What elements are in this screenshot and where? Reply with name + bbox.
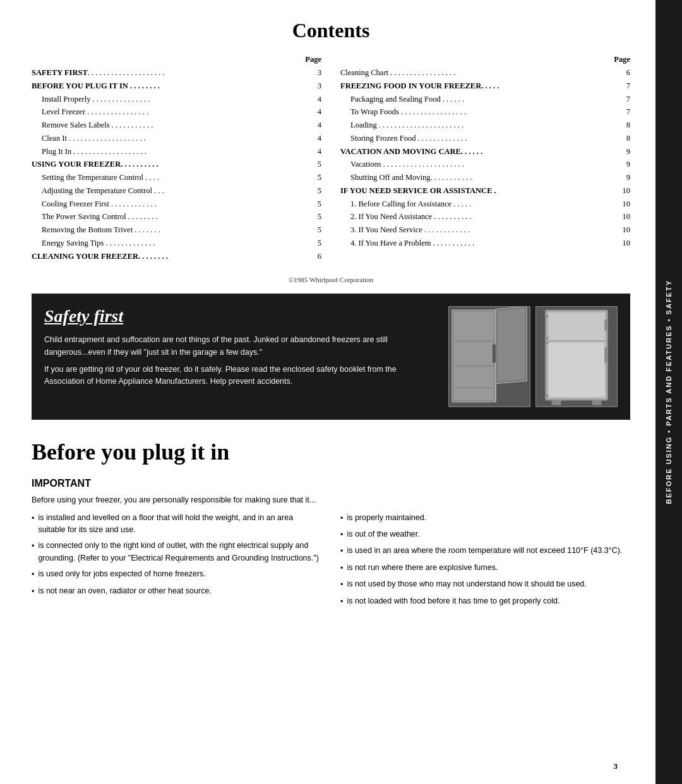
safety-body-para1: Child entrapment and suffocation are not… (44, 334, 436, 359)
service-page: 10 (618, 185, 630, 197)
adjusting-page: 5 (309, 185, 321, 197)
side-tab: BEFORE USING • PARTS AND FEATURES • SAFE… (655, 0, 682, 784)
cooling-page: 5 (309, 198, 321, 210)
bullet-dot-7: • (340, 545, 343, 557)
contents-col2: Page Cleaning Chart . . . . . . . . . . … (340, 55, 630, 263)
vacations-row: Vacations . . . . . . . . . . . . . . . … (340, 158, 630, 170)
install-row: Install Properly . . . . . . . . . . . .… (32, 93, 321, 105)
cleaning-chart-label: Cleaning Chart . . . . . . . . . . . . .… (340, 67, 618, 79)
bullet-understand: • is not used by those who may not under… (340, 578, 630, 591)
plug-row: Plug It In . . . . . . . . . . . . . . .… (32, 146, 321, 158)
bullet-connected: • is connected only to the right kind of… (32, 540, 321, 564)
bullet-dot-2: • (32, 540, 34, 564)
cleaning-chart-page: 6 (618, 67, 630, 79)
bullet-text-7: is used in an area where the room temper… (347, 545, 622, 557)
trivet-row: Removing the Bottom Trivet . . . . . . .… (32, 224, 321, 236)
shutting-label: Shutting Off and Moving. . . . . . . . .… (350, 172, 618, 184)
col2-page-header: Page (340, 55, 630, 64)
svg-rect-17 (592, 400, 602, 405)
svg-rect-1 (454, 312, 494, 400)
trivet-label: Removing the Bottom Trivet . . . . . . . (42, 224, 309, 236)
bullet-text-9: is not used by those who may not underst… (347, 578, 586, 591)
bullet-text-1: is installed and levelled on a floor tha… (38, 512, 321, 537)
need-service-row: 3. If You Need Service . . . . . . . . .… (340, 224, 630, 236)
plug-col1: Before using your freezer, you are perso… (32, 494, 321, 612)
freezing-label: FREEZING FOOD IN YOUR FREEZER. . . . . (340, 80, 618, 92)
vacation-label: VACATION AND MOVING CARE. . . . . . (340, 146, 618, 158)
using-row: USING YOUR FREEZER. . . . . . . . . . 5 (32, 158, 321, 170)
calling-page: 10 (618, 198, 630, 210)
before-plug-page: 3 (309, 80, 321, 92)
main-content: Contents Page SAFETY FIRST. . . . . . . … (0, 0, 655, 784)
svg-rect-14 (604, 319, 607, 331)
bullet-text-4: is not near an oven, radiator or other h… (38, 585, 211, 598)
svg-rect-5 (493, 345, 496, 364)
svg-rect-13 (549, 343, 605, 398)
bullet-maintained: • is properly maintained. (340, 512, 630, 525)
setting-row: Setting the Temperature Control . . . . … (32, 172, 321, 184)
trivet-page: 5 (309, 224, 321, 236)
bullet-jobs: • is used only for jobs expected of home… (32, 568, 321, 581)
calling-row: 1. Before Calling for Assistance . . . .… (340, 198, 630, 210)
safety-first-row: SAFETY FIRST. . . . . . . . . . . . . . … (32, 67, 321, 79)
cleaning-row: CLEANING YOUR FREEZER. . . . . . . . 6 (32, 251, 321, 263)
wrap-page: 7 (618, 106, 630, 118)
svg-rect-12 (549, 313, 605, 340)
plug-title: Before you plug it in (32, 439, 630, 465)
cleaning-chart-row: Cleaning Chart . . . . . . . . . . . . .… (340, 67, 630, 79)
page-wrapper: Contents Page SAFETY FIRST. . . . . . . … (0, 0, 682, 784)
svg-point-19 (546, 337, 549, 340)
problem-row: 4. If You Have a Problem . . . . . . . .… (340, 237, 630, 249)
power-row: The Power Saving Control . . . . . . . .… (32, 211, 321, 223)
level-page: 4 (309, 106, 321, 118)
contents-table: Page SAFETY FIRST. . . . . . . . . . . .… (32, 55, 630, 263)
using-label: USING YOUR FREEZER. . . . . . . . . . (32, 158, 309, 170)
bullet-dot-3: • (32, 569, 34, 581)
bullet-text-10: is not loaded with food before it has ti… (347, 595, 559, 608)
plug-section: Before you plug it in IMPORTANT Before u… (32, 439, 630, 612)
safety-images (448, 306, 618, 407)
storing-page: 8 (618, 133, 630, 145)
copyright-text: ©1985 Whirlpool Corporation (32, 276, 630, 283)
install-page: 4 (309, 93, 321, 105)
freezing-row: FREEZING FOOD IN YOUR FREEZER. . . . . 7 (340, 80, 630, 92)
freezer-open-svg (449, 307, 530, 407)
packaging-page: 7 (618, 93, 630, 105)
energy-page: 5 (309, 237, 321, 249)
remove-label: Remove Sales Labels . . . . . . . . . . … (42, 119, 309, 131)
bullet-temp: • is used in an area where the room temp… (340, 545, 630, 557)
vacation-page: 9 (618, 146, 630, 158)
packaging-row: Packaging and Sealing Food . . . . . . 7 (340, 93, 630, 105)
install-label: Install Properly . . . . . . . . . . . .… (42, 93, 309, 105)
bullet-text-8: is not run where there are explosive fum… (347, 562, 498, 574)
bullet-loaded: • is not loaded with food before it has … (340, 595, 630, 608)
loading-label: Loading . . . . . . . . . . . . . . . . … (350, 119, 618, 131)
contents-col1: Page SAFETY FIRST. . . . . . . . . . . .… (32, 55, 321, 263)
power-label: The Power Saving Control . . . . . . . . (42, 211, 309, 223)
svg-rect-4 (498, 309, 525, 382)
clean-row: Clean It . . . . . . . . . . . . . . . .… (32, 133, 321, 145)
packaging-label: Packaging and Sealing Food . . . . . . (350, 93, 618, 105)
before-plug-row: BEFORE YOU PLUG IT IN . . . . . . . . 3 (32, 80, 321, 92)
safety-first-page: 3 (309, 67, 321, 79)
vacations-page: 9 (618, 158, 630, 170)
wrap-label: To Wrap Foods . . . . . . . . . . . . . … (350, 106, 618, 118)
level-row: Level Freezer . . . . . . . . . . . . . … (32, 106, 321, 118)
cleaning-page: 6 (309, 251, 321, 263)
bullet-dot-5: • (340, 513, 343, 525)
before-plug-label: BEFORE YOU PLUG IT IN . . . . . . . . (32, 80, 309, 92)
col2-page-label: Page (614, 55, 630, 64)
need-assist-row: 2. If You Need Assistance . . . . . . . … (340, 211, 630, 223)
need-assist-page: 10 (618, 211, 630, 223)
svg-point-20 (546, 342, 549, 345)
contents-title: Contents (32, 19, 630, 42)
vacation-row: VACATION AND MOVING CARE. . . . . . 9 (340, 146, 630, 158)
power-page: 5 (309, 211, 321, 223)
freezer-open-image (448, 306, 530, 407)
loading-page: 8 (618, 119, 630, 131)
bullet-weather: • is out of the weather. (340, 528, 630, 541)
bullet-dot-6: • (340, 529, 343, 541)
level-label: Level Freezer . . . . . . . . . . . . . … (42, 106, 309, 118)
plug-content: Before using your freezer, you are perso… (32, 494, 630, 612)
energy-row: Energy Saving Tips . . . . . . . . . . .… (32, 237, 321, 249)
